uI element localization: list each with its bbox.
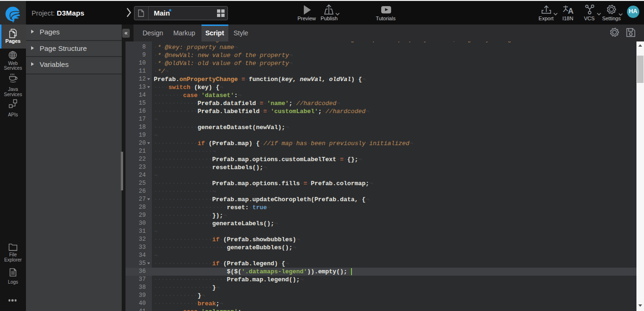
svg-text:A: A xyxy=(568,7,574,14)
